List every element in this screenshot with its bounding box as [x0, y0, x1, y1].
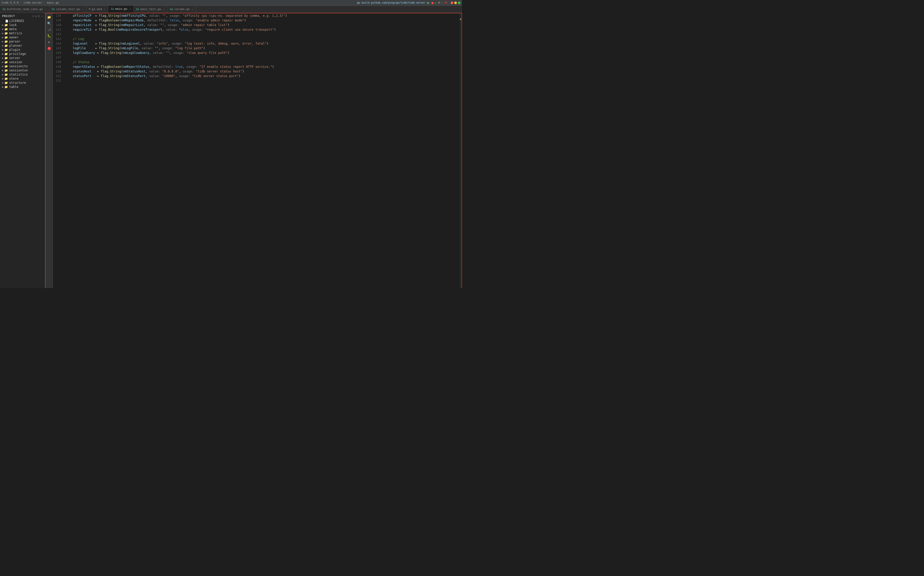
close-tab-icon[interactable]: ✕ — [104, 8, 106, 11]
sidebar-item-sessiontxn[interactable]: ▶ 📁 sessiontxn — [0, 68, 45, 72]
sidebar-item-store[interactable]: ▶ 📁 store — [0, 77, 45, 81]
tab-main-go[interactable]: Go main.go ✕ — [108, 6, 134, 13]
menu-icon[interactable]: ⋯ — [41, 14, 43, 18]
stop-icon[interactable]: ■ — [432, 1, 434, 5]
settings-icon[interactable]: ⚙ — [32, 14, 34, 18]
sidebar-item-label: parser — [9, 40, 20, 43]
sidebar-item-sessionctx[interactable]: ▶ 📁 sessionctx — [0, 64, 45, 68]
code-line-139: repairMode = flagBoolean ( nmRepairMode … — [65, 18, 460, 23]
code-line-145: logFile = flag.String ( nmLogFile , valu… — [65, 46, 460, 51]
sidebar-item-label: statistics — [9, 73, 27, 76]
folder-icon: 📁 — [5, 32, 8, 35]
run-icon[interactable]: ▶ — [46, 39, 52, 45]
project-sidebar: Project ⚙ ⇅ ⊟ ⋯ 📄 LICENSES ▶ 📁 lock ▶ 📁 … — [0, 13, 45, 288]
sidebar-item-label: structure — [9, 81, 26, 85]
sidebar-item-planner[interactable]: ▶ 📁 planner — [0, 43, 45, 48]
code-line-146: logSlowQuery = flag.String ( nmLogSlowQu… — [65, 51, 460, 55]
code-text-area[interactable]: affinityCP = flag.String ( nmAffinityCPU… — [63, 13, 460, 288]
sidebar-item-label: owner — [9, 35, 18, 39]
go-file-icon: Go — [52, 8, 55, 11]
close-tab-icon[interactable]: ✕ — [129, 8, 131, 10]
folder-icon: 📁 — [5, 69, 8, 72]
folder-icon: 📁 — [5, 56, 8, 60]
folder-icon: 📁 — [5, 73, 8, 76]
sidebar-item-label: metrics — [9, 32, 22, 35]
sidebar-item-privilege[interactable]: ▶ 📁 privilege — [0, 52, 45, 56]
tab-go-mod[interactable]: M go.mod ✕ — [86, 6, 108, 13]
sidebar-item-statistics[interactable]: ▶ 📁 statistics — [0, 72, 45, 77]
files-icon[interactable]: 📁 — [46, 14, 52, 20]
source-control-icon[interactable]: ⎇ — [46, 27, 52, 32]
go-file-icon: Go — [170, 8, 173, 11]
code-line-150: statusHost = flag.String ( nmStatusHost … — [65, 69, 460, 74]
sidebar-item-server[interactable]: ▶ 📁 server — [0, 56, 45, 60]
sidebar-item-meta[interactable]: ▶ 📁 meta — [0, 27, 45, 31]
go-file-icon: Go — [136, 8, 139, 11]
app-version: tidb-5.4.0 — [2, 1, 19, 5]
sidebar-item-label: session — [9, 60, 22, 64]
tab-buffered-read-conn[interactable]: Go buffered_read_conn.go ✕ — [0, 6, 49, 13]
warning-badge: ⚠ 4 — [435, 1, 440, 5]
sidebar-header: Project ⚙ ⇅ ⊟ ⋯ — [0, 13, 45, 19]
sidebar-item-label: privilege — [9, 52, 26, 56]
code-editor: 138 139 140 141 142 143 144 145 146 147 … — [53, 13, 460, 288]
search-icon[interactable]: 🔍 — [46, 21, 52, 26]
folder-icon: 📁 — [5, 48, 8, 51]
folder-icon: 📁 — [5, 61, 8, 64]
run-button[interactable]: ▶ — [426, 1, 431, 5]
activity-bar: 📁 🔍 ⎇ 🐛 ▶ ⬤ ⚙ 🔖 — [46, 13, 53, 288]
error-badge: ✗ 26 — [441, 1, 448, 5]
collapse-icon[interactable]: ⊟ — [38, 14, 40, 18]
tab-label: go.mod — [92, 8, 102, 11]
sidebar-item-label: sessiontxn — [9, 69, 27, 72]
window-controls — [451, 2, 460, 4]
folder-icon: 📁 — [5, 40, 8, 43]
tab-label: main.go — [115, 7, 127, 11]
sidebar-item-session[interactable]: ▶ 📁 session — [0, 60, 45, 64]
maximize-window-button[interactable] — [458, 2, 460, 4]
line-number-gutter: 138 139 140 141 142 143 144 145 146 147 … — [53, 13, 63, 288]
folder-icon: 📁 — [5, 85, 8, 89]
code-line-152 — [65, 78, 460, 83]
close-tab-icon[interactable]: ✕ — [82, 8, 83, 11]
folder-icon: 📁 — [5, 52, 8, 56]
close-tab-icon[interactable]: ✕ — [192, 8, 193, 11]
minimize-window-button[interactable] — [454, 2, 457, 4]
sort-icon[interactable]: ⇅ — [35, 14, 37, 18]
folder-icon: 📁 — [5, 77, 8, 80]
tab-label: column_test.go — [56, 8, 80, 11]
code-line-149: reportStatus = flagBoolean ( nmReportSta… — [65, 64, 460, 69]
breakpoints-icon[interactable]: ⬤ — [46, 45, 52, 51]
debug-icon[interactable]: 🐛 — [46, 33, 52, 39]
sidebar-item-lock[interactable]: ▶ 📁 lock — [0, 23, 45, 27]
sidebar-item-label: plugin — [9, 48, 20, 51]
active-file-label: main.go — [47, 1, 59, 5]
tab-main-test[interactable]: Go main_test.go ✕ — [134, 6, 167, 13]
code-line-140: repairList = flag.String ( nmRepairList … — [65, 23, 460, 27]
sidebar-item-plugin[interactable]: ▶ 📁 plugin — [0, 48, 45, 52]
code-line-143: // Log — [65, 37, 460, 41]
sidebar-item-label: table — [9, 85, 18, 89]
sidebar-item-licenses[interactable]: 📄 LICENSES — [0, 19, 45, 23]
scroll-indicator — [460, 13, 461, 288]
mod-file-icon: M — [89, 8, 91, 11]
sidebar-item-structure[interactable]: ▶ 📁 structure — [0, 81, 45, 85]
tab-column-test[interactable]: Go column_test.go ✕ — [49, 6, 86, 13]
file-icon: 📄 — [5, 19, 8, 22]
sidebar-item-label: meta — [9, 27, 16, 31]
sidebar-item-metrics[interactable]: ▶ 📁 metrics — [0, 31, 45, 35]
folder-icon: 📁 — [5, 27, 8, 31]
close-tab-icon[interactable]: ✕ — [45, 8, 46, 11]
code-line-147 — [65, 55, 460, 60]
sidebar-item-owner[interactable]: ▶ 📁 owner — [0, 35, 45, 40]
sidebar-item-label: LICENSES — [9, 19, 24, 23]
sidebar-item-table[interactable]: ▶ 📁 table — [0, 85, 45, 89]
close-tab-icon[interactable]: ✕ — [163, 8, 164, 11]
go-file-icon: Go — [3, 8, 6, 11]
sidebar-item-parser[interactable]: ▶ 📁 parser — [0, 40, 45, 43]
code-line-138: affinityCP = flag.String ( nmAffinityCPU… — [65, 13, 460, 18]
code-line-151: statusPort = flag.String ( nmStatusPort … — [65, 74, 460, 78]
tab-column-go[interactable]: Go column.go ✕ — [167, 6, 196, 13]
go-file-icon: Go — [111, 8, 114, 10]
close-window-button[interactable] — [451, 2, 453, 4]
